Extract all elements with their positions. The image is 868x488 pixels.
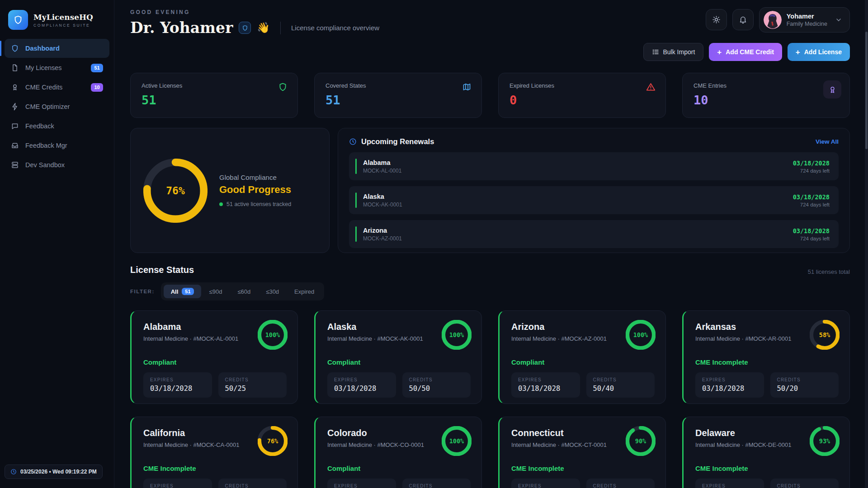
greeting-text: GOOD EVENING bbox=[130, 9, 379, 15]
license-card-connecticut[interactable]: Connecticut Internal Medicine · #MOCK-CT… bbox=[498, 417, 666, 488]
sidebar-item-feedback[interactable]: Feedback bbox=[5, 117, 109, 136]
nav-badge: 51 bbox=[91, 64, 103, 72]
sidebar-item-feedback-mgr[interactable]: Feedback Mgr bbox=[5, 136, 109, 155]
license-status-text: Compliant bbox=[511, 358, 655, 366]
license-card-california[interactable]: California Internal Medicine · #MOCK-CA-… bbox=[130, 417, 298, 488]
sidebar-item-dev-sandbox[interactable]: Dev Sandbox bbox=[5, 155, 109, 174]
stat-value: 51 bbox=[142, 93, 287, 107]
app-name: MyLicenseHQ bbox=[33, 13, 93, 22]
license-card-alaska[interactable]: Alaska Internal Medicine · #MOCK-AK-0001… bbox=[314, 310, 482, 404]
shield-icon bbox=[278, 82, 288, 94]
credits-label: CREDITS bbox=[593, 377, 648, 382]
credits-box: CREDITS 50/0 bbox=[402, 479, 471, 488]
renewal-date: 03/18/2028 bbox=[793, 160, 830, 167]
filter-pill-all[interactable]: All 51 bbox=[164, 285, 201, 298]
license-cards-grid: Alabama Internal Medicine · #MOCK-AL-000… bbox=[130, 310, 850, 488]
credits-box: CREDITS 50/50 bbox=[402, 372, 471, 398]
sidebar-item-my-licenses[interactable]: My Licenses 51 bbox=[5, 58, 109, 77]
toolbar: Bulk Import + Add CME Credit + Add Licen… bbox=[130, 43, 850, 61]
sidebar-item-label: Dev Sandbox bbox=[25, 161, 65, 169]
license-donut: 76% bbox=[258, 426, 288, 456]
filter-pill-label: ≤30d bbox=[266, 288, 279, 295]
view-all-link[interactable]: View All bbox=[816, 138, 839, 145]
add-cme-credit-button[interactable]: + Add CME Credit bbox=[709, 43, 782, 61]
page-header: GOOD EVENING Dr. Yohamer 👋 License compl… bbox=[130, 9, 850, 37]
nav-badge: 10 bbox=[91, 83, 103, 92]
notifications-button[interactable] bbox=[732, 9, 754, 30]
license-status-text: Compliant bbox=[143, 358, 287, 366]
profile-menu[interactable]: Yohamer Family Medicine bbox=[759, 7, 850, 33]
filter-pill-group: All 51 ≤90d ≤60d ≤30d Expired bbox=[161, 282, 324, 300]
renewal-state: Alabama bbox=[363, 159, 401, 166]
license-status-text: CME Incomplete bbox=[143, 465, 287, 472]
renewal-accent-bar bbox=[355, 226, 357, 242]
renewal-date: 03/18/2028 bbox=[793, 227, 830, 235]
expires-value: 03/18/2028 bbox=[150, 385, 205, 393]
credits-box: CREDITS 50/20 bbox=[770, 372, 839, 398]
award-icon bbox=[11, 83, 19, 91]
sidebar-item-label: Feedback bbox=[25, 122, 54, 130]
license-card-delaware[interactable]: Delaware Internal Medicine · #MOCK-DE-00… bbox=[682, 417, 850, 488]
license-donut: 93% bbox=[810, 426, 840, 456]
license-donut: 100% bbox=[442, 320, 472, 350]
plus-icon: + bbox=[717, 48, 722, 56]
renewal-days-left: 724 days left bbox=[793, 236, 830, 241]
global-compliance-card: 76% Global Compliance Good Progress 51 a… bbox=[130, 128, 330, 253]
theme-toggle-button[interactable] bbox=[706, 9, 727, 30]
award-icon bbox=[823, 80, 841, 99]
main-content: GOOD EVENING Dr. Yohamer 👋 License compl… bbox=[114, 0, 868, 488]
filter-pill-label: ≤60d bbox=[237, 288, 250, 295]
clock-text: 03/25/2026 • Wed 09:19:22 PM bbox=[20, 469, 97, 475]
scrollbar[interactable] bbox=[865, 0, 868, 488]
file-icon bbox=[11, 64, 19, 72]
filter-pill-≤30d[interactable]: ≤30d bbox=[259, 285, 286, 298]
alert-triangle-icon bbox=[646, 82, 656, 94]
license-donut: 100% bbox=[258, 320, 288, 350]
map-icon bbox=[462, 82, 472, 94]
renewal-row[interactable]: Alabama MOCK-AL-0001 03/18/2028 724 days… bbox=[349, 152, 839, 180]
chevron-down-icon bbox=[835, 16, 842, 23]
license-card-arizona[interactable]: Arizona Internal Medicine · #MOCK-AZ-000… bbox=[498, 310, 666, 404]
expires-value: 03/18/2028 bbox=[518, 385, 573, 393]
license-status-text: CME Incomplete bbox=[695, 358, 839, 366]
stat-label: Covered States bbox=[326, 82, 471, 89]
renewal-state: Alaska bbox=[363, 193, 402, 200]
sidebar-item-dashboard[interactable]: Dashboard bbox=[5, 39, 109, 58]
license-card-alabama[interactable]: Alabama Internal Medicine · #MOCK-AL-000… bbox=[130, 310, 298, 404]
bulk-import-button[interactable]: Bulk Import bbox=[643, 43, 704, 61]
filter-pill-expired[interactable]: Expired bbox=[287, 285, 321, 298]
profile-specialty: Family Medicine bbox=[787, 21, 827, 27]
filter-pill-≤90d[interactable]: ≤90d bbox=[202, 285, 230, 298]
sidebar-item-label: CME Credits bbox=[25, 84, 62, 91]
filter-pill-label: ≤90d bbox=[209, 288, 222, 295]
inbox-icon bbox=[11, 141, 19, 150]
license-card-colorado[interactable]: Colorado Internal Medicine · #MOCK-CO-00… bbox=[314, 417, 482, 488]
credits-box: CREDITS 50/50 bbox=[586, 479, 655, 488]
filter-pill-label: All bbox=[171, 288, 179, 295]
expires-box: EXPIRES 03/18/2028 bbox=[695, 479, 764, 488]
renewal-row[interactable]: Arizona MOCK-AZ-0001 03/18/2028 724 days… bbox=[349, 220, 839, 248]
license-status-text: Compliant bbox=[327, 358, 471, 366]
filter-label: FILTER: bbox=[130, 289, 155, 294]
license-status-text: CME Incomplete bbox=[695, 465, 839, 472]
sidebar-item-cme-credits[interactable]: CME Credits 10 bbox=[5, 78, 109, 97]
server-icon bbox=[11, 161, 19, 169]
stats-row: Active Licenses 51 Covered States 51 Exp… bbox=[130, 73, 850, 118]
sidebar-item-cme-optimizer[interactable]: CME Optimizer bbox=[5, 97, 109, 116]
add-license-button[interactable]: + Add License bbox=[788, 43, 850, 61]
stat-card: CME Entries 10 bbox=[682, 73, 850, 118]
profile-name: Yohamer bbox=[787, 13, 827, 20]
credits-label: CREDITS bbox=[777, 377, 832, 382]
scrollbar-thumb[interactable] bbox=[865, 32, 868, 149]
license-donut: 58% bbox=[810, 320, 840, 350]
filter-pill-≤60d[interactable]: ≤60d bbox=[230, 285, 258, 298]
filter-pill-label: Expired bbox=[294, 288, 314, 295]
credits-box: CREDITS 50/40 bbox=[586, 372, 655, 398]
renewal-row[interactable]: Alaska MOCK-AK-0001 03/18/2028 724 days … bbox=[349, 186, 839, 214]
app-window: MyLicenseHQ COMPLIANCE SUITE Dashboard M… bbox=[0, 0, 868, 488]
license-status-section: License Status 51 licenses total FILTER:… bbox=[130, 265, 850, 488]
credits-label: CREDITS bbox=[593, 483, 648, 488]
plus-icon: + bbox=[796, 48, 800, 56]
renewal-days-left: 724 days left bbox=[793, 168, 830, 174]
license-card-arkansas[interactable]: Arkansas Internal Medicine · #MOCK-AR-00… bbox=[682, 310, 850, 404]
